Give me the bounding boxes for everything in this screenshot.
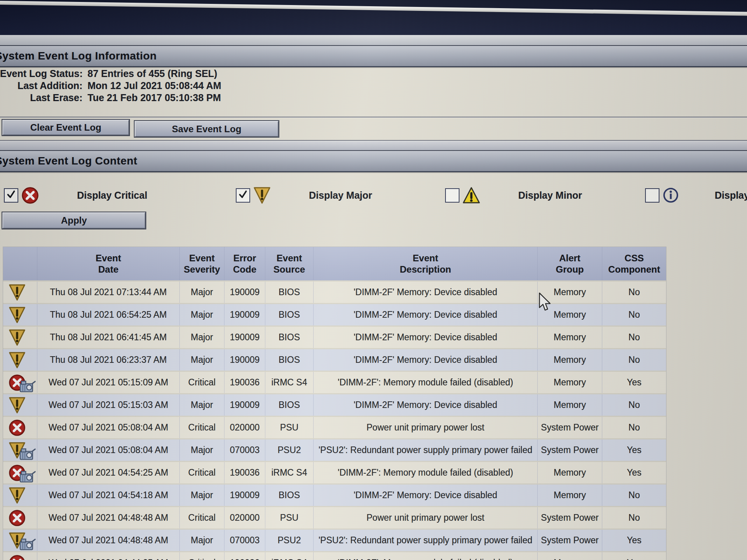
table-row: Wed 07 Jul 2021 05:15:09 AM Critical 190… bbox=[3, 371, 666, 393]
event-severity-cell: Major bbox=[180, 530, 224, 551]
major-icon bbox=[9, 283, 26, 302]
event-source-cell: PSU bbox=[265, 417, 314, 438]
table-row: Wed 07 Jul 2021 05:15:03 AM Major 190009… bbox=[3, 393, 666, 416]
alert-group-cell: System Power bbox=[538, 417, 602, 438]
error-code-cell: 190009 bbox=[224, 304, 265, 326]
save-event-log-button[interactable]: Save Event Log bbox=[135, 121, 279, 137]
error-code-cell: 070003 bbox=[224, 439, 265, 461]
event-date-cell: Wed 07 Jul 2021 05:15:09 AM bbox=[37, 372, 180, 393]
table-row: Wed 07 Jul 2021 05:08:04 AM Critical 020… bbox=[3, 416, 666, 438]
event-description-cell: Power unit primary power lost bbox=[314, 507, 538, 528]
event-source-cell: BIOS bbox=[265, 327, 314, 348]
critical-css-icon bbox=[9, 373, 36, 392]
minor-icon bbox=[463, 187, 480, 204]
severity-icon-cell bbox=[3, 552, 37, 560]
display-minor-label: Display Minor bbox=[518, 190, 582, 201]
filter-display-informational: Display In bbox=[645, 186, 747, 205]
error-code-cell: 190009 bbox=[224, 485, 265, 506]
event-source-cell: PSU bbox=[265, 507, 314, 528]
css-component-cell: No bbox=[602, 327, 666, 348]
event-description-cell: 'PSU2': Redundant power supply primary p… bbox=[314, 439, 538, 461]
spacer-band bbox=[0, 141, 747, 150]
display-major-label: Display Major bbox=[309, 190, 372, 201]
last-addition-label: Last Addition: bbox=[0, 80, 82, 92]
event-source-cell: iRMC S4 bbox=[265, 552, 314, 560]
display-info-checkbox[interactable] bbox=[645, 188, 659, 203]
table-body: Thu 08 Jul 2021 07:13:44 AM Major 190009… bbox=[3, 280, 666, 560]
alert-group-cell: System Power bbox=[538, 507, 602, 528]
table-row: Thu 08 Jul 2021 07:13:44 AM Major 190009… bbox=[3, 280, 666, 303]
event-severity-cell: Major bbox=[180, 394, 224, 416]
critical-icon bbox=[21, 187, 39, 204]
apply-button[interactable]: Apply bbox=[2, 212, 146, 229]
event-source-cell: BIOS bbox=[265, 394, 314, 416]
column-header-event-date: EventDate bbox=[37, 247, 180, 280]
error-code-cell: 190036 bbox=[224, 372, 265, 393]
alert-group-cell: Memory bbox=[538, 394, 602, 416]
clear-event-log-button[interactable]: Clear Event Log bbox=[2, 120, 129, 135]
css-component-cell: No bbox=[602, 394, 666, 416]
filter-display-critical: Display Critical bbox=[4, 186, 147, 205]
event-log-status-label: Event Log Status: bbox=[0, 68, 82, 80]
column-header-css-component: CSSComponent bbox=[602, 247, 666, 280]
alert-group-cell: Memory bbox=[538, 327, 602, 348]
table-row: Wed 07 Jul 2021 04:48:48 AM Critical 020… bbox=[3, 506, 666, 528]
event-source-cell: iRMC S4 bbox=[265, 372, 314, 393]
event-source-cell: PSU2 bbox=[265, 439, 314, 461]
display-critical-label: Display Critical bbox=[77, 190, 147, 201]
error-code-cell: 070003 bbox=[224, 530, 265, 551]
display-major-checkbox[interactable] bbox=[236, 188, 250, 203]
display-critical-checkbox[interactable] bbox=[4, 188, 18, 203]
last-erase-value: Tue 21 Feb 2017 05:10:38 PM bbox=[88, 92, 221, 104]
css-component-cell: Yes bbox=[602, 462, 666, 483]
css-component-cell: Yes bbox=[602, 530, 666, 551]
error-code-cell: 190009 bbox=[224, 327, 265, 348]
event-severity-cell: Critical bbox=[180, 507, 224, 528]
info-row-status: Event Log Status: 87 Entries of 455 (Rin… bbox=[0, 68, 221, 80]
event-severity-cell: Major bbox=[180, 349, 224, 371]
event-description-cell: 'DIMM-2F' Memory: Device disabled bbox=[314, 327, 538, 348]
info-icon bbox=[663, 187, 679, 203]
display-minor-checkbox[interactable] bbox=[445, 188, 459, 203]
section-header-event-log-content: System Event Log Content bbox=[0, 150, 747, 172]
table-row: Wed 07 Jul 2021 04:48:48 AM Major 070003… bbox=[3, 528, 666, 551]
filter-display-major: Display Major bbox=[236, 186, 372, 205]
alert-group-cell: Memory bbox=[538, 372, 602, 393]
css-component-cell: Yes bbox=[602, 439, 666, 461]
severity-icon-cell bbox=[3, 485, 37, 506]
column-header-event-source: EventSource bbox=[265, 247, 314, 280]
event-log-table: EventDate EventSeverity ErrorCode EventS… bbox=[3, 247, 666, 560]
event-date-cell: Wed 07 Jul 2021 04:48:48 AM bbox=[37, 507, 180, 528]
event-source-cell: BIOS bbox=[265, 349, 314, 371]
severity-icon-cell bbox=[3, 282, 37, 303]
event-severity-cell: Major bbox=[180, 304, 224, 326]
major-icon bbox=[9, 328, 26, 347]
mouse-cursor bbox=[538, 292, 552, 313]
severity-icon-cell bbox=[3, 327, 37, 348]
event-severity-cell: Major bbox=[180, 327, 224, 348]
major-icon bbox=[9, 396, 26, 415]
irmc-event-log-page: System Event Log Information Event Log S… bbox=[0, 0, 747, 560]
critical-icon bbox=[9, 418, 26, 437]
filter-display-minor: Display Minor bbox=[445, 186, 582, 205]
section-title: System Event Log Content bbox=[0, 155, 137, 167]
css-component-cell: No bbox=[602, 304, 666, 326]
major-css-icon bbox=[9, 531, 36, 550]
page-top-gray-band bbox=[0, 35, 747, 45]
event-description-cell: 'DIMM-2F': Memory module failed (disable… bbox=[314, 552, 538, 560]
severity-icon-cell bbox=[3, 372, 37, 393]
event-date-cell: Wed 07 Jul 2021 04:48:48 AM bbox=[37, 530, 180, 551]
css-component-cell: Yes bbox=[602, 552, 666, 560]
table-row: Wed 07 Jul 2021 05:08:04 AM Major 070003… bbox=[3, 438, 666, 461]
event-date-cell: Wed 07 Jul 2021 05:08:04 AM bbox=[37, 439, 180, 461]
event-description-cell: 'DIMM-2F' Memory: Device disabled bbox=[314, 485, 538, 506]
alert-group-cell: Memory bbox=[538, 552, 602, 560]
table-row: Wed 07 Jul 2021 04:54:25 AM Critical 190… bbox=[3, 461, 666, 483]
event-date-cell: Wed 07 Jul 2021 04:54:25 AM bbox=[37, 462, 180, 483]
error-code-cell: 190036 bbox=[224, 552, 265, 560]
severity-icon-cell bbox=[3, 462, 37, 483]
event-date-cell: Thu 08 Jul 2021 06:41:45 AM bbox=[37, 327, 180, 348]
severity-icon-cell bbox=[3, 394, 37, 416]
event-date-cell: Wed 07 Jul 2021 05:15:03 AM bbox=[37, 394, 180, 416]
last-erase-label: Last Erase: bbox=[0, 92, 82, 104]
